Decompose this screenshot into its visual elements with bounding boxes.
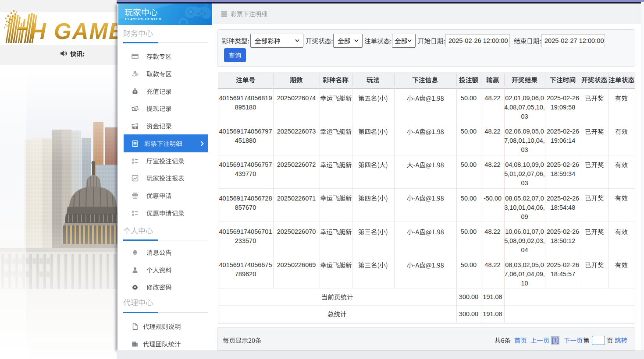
svg-text:H GAME: H GAME	[30, 19, 117, 44]
